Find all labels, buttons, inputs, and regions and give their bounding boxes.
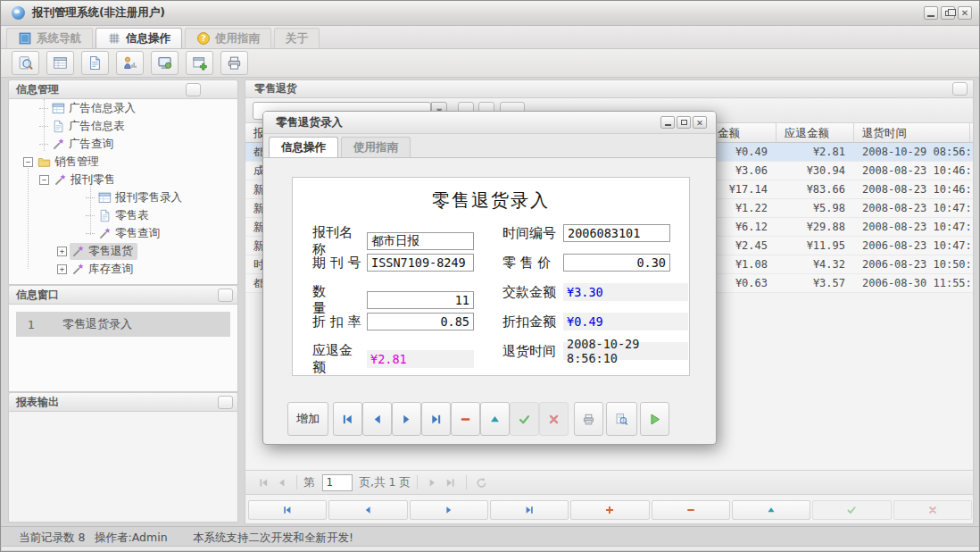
table-view-button[interactable] [46,51,74,75]
dialog-delete-button[interactable] [451,402,480,436]
dialog-maximize-button[interactable] [677,116,691,129]
expand-node-toggle[interactable]: + [57,247,67,256]
menu-tab-4[interactable]: 关于 [274,28,320,48]
collapse-node-toggle[interactable]: − [39,175,49,185]
menu-tab-2[interactable]: 信息操作 [96,28,182,48]
grid-first-record-button[interactable] [248,500,327,520]
dialog-cancel-button[interactable] [539,402,569,436]
dialog-last-button[interactable] [421,402,451,436]
expand-node-toggle[interactable]: + [57,264,67,274]
dialog-next-button[interactable] [392,402,421,436]
window-bottom-edge [2,546,978,550]
dialog-close-button[interactable]: ✕ [693,116,707,129]
retail-return-panel-header: 零售退货 [245,80,973,98]
collapse-report-button[interactable] [218,396,233,409]
dialog-edit-button[interactable] [480,402,510,436]
open-window-list-item[interactable]: 1零售退货录入 [16,312,230,337]
dialog-tab-2[interactable]: 使用指南 [341,137,411,157]
sidebar-item-4[interactable]: −销售管理 [9,153,237,171]
grid-next-record-button[interactable] [410,500,488,520]
grid-edit-record-button[interactable] [732,500,810,520]
next-icon [427,477,438,489]
new-window-button[interactable] [186,51,213,75]
monitor-button[interactable] [151,51,179,75]
grid-column-header[interactable] [970,123,979,142]
time-code-field[interactable] [563,224,670,242]
retail-price-field[interactable] [563,254,670,272]
dialog-confirm-button[interactable] [510,402,539,436]
refresh-panel-button[interactable] [220,83,233,96]
collapse-sidebar-button[interactable] [186,83,201,96]
grid-column-header-3[interactable]: 应退金额 [777,123,854,142]
dialog-first-button[interactable] [333,402,362,436]
tb_doc-icon [87,55,103,71]
sidebar-item-10[interactable]: +库存查询 [9,260,237,278]
retail-return-panel-title: 零售退货 [254,81,297,96]
document-button[interactable] [81,51,109,75]
grid-column-header-4[interactable]: 退货时间 [854,123,970,142]
form-cell: 交款金额¥3.30 [502,283,688,301]
tree-node-label: 报刊零售录入 [115,190,182,205]
minimize-button[interactable] [924,6,938,20]
cell-return-time: 2008-08-23 10:46:54 [854,162,970,180]
cell-return-time: 2006-08-23 10:47:13 [854,237,970,255]
collapse-info-window-button[interactable] [218,289,233,302]
sidebar-item-2[interactable]: 广告信息表 [9,117,237,135]
form-cell: 退货时间2008-10-29 8:56:10 [502,342,688,360]
up-icon [766,505,777,515]
page-first-button[interactable] [254,473,272,491]
issue-number-field[interactable] [367,254,474,272]
dialog-tab-1[interactable]: 信息操作 [269,137,338,157]
grid-delete-record-button[interactable] [652,500,730,520]
sidebar-item-3[interactable]: 广告查询 [9,135,237,153]
collapse-main-panel-button[interactable] [952,82,968,96]
next-icon [444,505,454,515]
play-icon [648,413,661,426]
record-count-text: 当前记录数 8 [19,531,85,546]
publication-name-field[interactable] [367,232,474,250]
dialog-title-bar[interactable]: 零售退货录入 ✕ [263,112,716,134]
grid-cancel-button[interactable] [893,500,972,520]
user-report-button[interactable] [116,51,144,75]
page-next-button[interactable] [424,473,442,491]
prev-icon [370,413,384,426]
dialog-preview-button[interactable] [606,402,637,436]
sidebar-item-1[interactable]: 广告信息录入 [9,99,237,117]
cell-refund-amount: ¥83.66 [777,180,854,198]
sidebar-item-7[interactable]: 零售表 [9,206,237,224]
dialog-print-button[interactable] [574,402,603,436]
search-preview-button[interactable] [12,51,39,75]
minus-icon [685,505,696,515]
first-icon [341,413,354,426]
add-panel-button[interactable] [204,83,217,96]
quantity-field[interactable] [367,291,474,309]
menu-tab-1[interactable]: 系统导航 [6,28,93,48]
field-label: 期 刊 号 [312,255,363,272]
cell-return-time: 2008-08-23 10:47:05 [854,199,970,217]
grid-confirm-button[interactable] [812,500,891,520]
grid-prev-record-button[interactable] [328,500,407,520]
sidebar-item-8[interactable]: 零售查询 [9,224,237,242]
dialog-minimize-button[interactable] [660,116,675,129]
folder-node-icon [37,155,51,169]
page-refresh-button[interactable] [473,473,491,491]
dialog-add-button[interactable]: 增加 [287,402,328,436]
page-last-button[interactable] [442,473,460,491]
dialog-run-button[interactable] [640,402,669,436]
grid-add-record-button[interactable] [570,500,649,520]
dialog-prev-button[interactable] [362,402,392,436]
sidebar-item-6[interactable]: 报刊零售录入 [9,188,237,206]
menu-tab-3[interactable]: ?使用指南 [185,28,271,48]
page-number-input[interactable] [322,474,353,491]
sidebar-item-5[interactable]: −报刊零售 [9,171,237,188]
close-button[interactable]: ✕ [958,6,972,20]
page-prev-button[interactable] [272,473,290,491]
discount-rate-field[interactable] [367,313,474,330]
grid-last-record-button[interactable] [490,500,569,520]
collapse-node-toggle[interactable]: − [23,157,33,167]
refresh-icon [221,84,232,95]
restore-button[interactable] [941,6,955,20]
sidebar-item-9[interactable]: +零售退货 [9,242,237,260]
printer-button[interactable] [220,51,248,75]
list-item-index: 1 [16,318,46,331]
